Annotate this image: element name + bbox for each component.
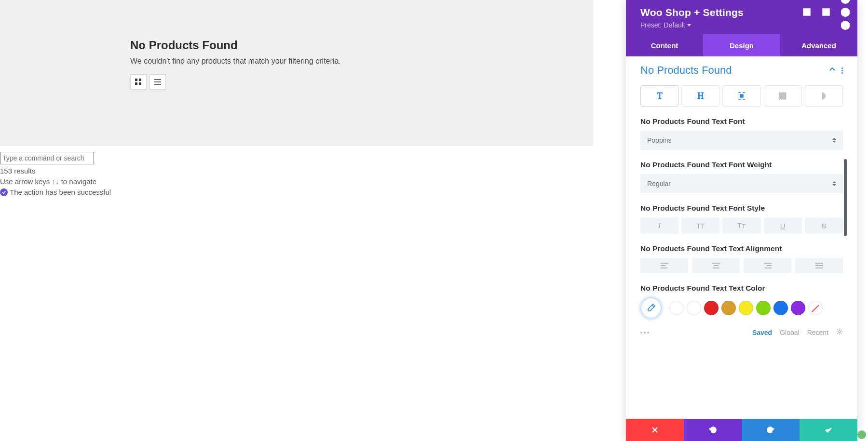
palette-saved[interactable]: Saved <box>752 329 772 336</box>
check-icon <box>0 188 8 196</box>
swatch-orange[interactable] <box>721 301 736 315</box>
label-weight: No Products Found Text Font Weight <box>640 160 843 169</box>
subtab-spacing[interactable] <box>722 85 760 107</box>
eyedropper-button[interactable] <box>640 297 662 319</box>
subtab-shadow[interactable] <box>805 85 843 107</box>
preset-value: Default <box>664 21 685 29</box>
palette-global[interactable]: Global <box>780 329 799 336</box>
palette-recent[interactable]: Recent <box>807 329 828 336</box>
list-view-button[interactable] <box>149 74 166 90</box>
svg-point-13 <box>842 22 849 28</box>
redo-button[interactable] <box>742 419 800 441</box>
no-products-message: We couldn't find any products that match… <box>130 57 468 66</box>
no-products-card: No Products Found We couldn't find any p… <box>130 39 468 90</box>
alignment-row <box>640 258 843 273</box>
command-area: 153 results Use arrow keys ↑↓ to navigat… <box>0 146 593 196</box>
swatch-red[interactable] <box>704 301 719 315</box>
layout-icon[interactable] <box>822 8 830 16</box>
subtab-heading[interactable]: H <box>681 85 719 107</box>
scrollbar-thumb[interactable] <box>844 159 847 236</box>
svg-rect-3 <box>139 82 141 85</box>
tab-design[interactable]: Design <box>703 34 780 56</box>
panel-footer <box>626 419 857 441</box>
svg-rect-8 <box>805 11 808 13</box>
preset-label: Preset: <box>640 21 662 29</box>
caret-down-icon <box>687 24 691 27</box>
swatch-white[interactable] <box>687 301 701 315</box>
palette-settings-icon[interactable] <box>836 328 843 336</box>
weight-select[interactable]: Regular <box>640 174 843 193</box>
chevron-up-icon[interactable] <box>829 66 836 75</box>
panel-body: No Products Found T H <box>626 56 857 419</box>
svg-point-11 <box>842 0 849 2</box>
success-message: The action has been successful <box>0 188 593 196</box>
preview-canvas: No Products Found We couldn't find any p… <box>0 0 593 146</box>
expand-icon[interactable] <box>802 8 811 16</box>
tab-advanced[interactable]: Advanced <box>780 34 857 56</box>
svg-text:H: H <box>697 91 704 101</box>
align-right-button[interactable] <box>744 258 791 273</box>
svg-rect-1 <box>139 79 141 81</box>
panel-header: Woo Shop + Settings Preset: Default <box>626 0 857 34</box>
font-value: Poppins <box>647 136 672 144</box>
panel-tabs: Content Design Advanced <box>626 34 857 56</box>
settings-panel: Woo Shop + Settings Preset: Default Cont… <box>626 0 857 441</box>
section-title: No Products Found <box>640 64 732 77</box>
grid-view-button[interactable] <box>130 74 147 90</box>
select-caret-icon <box>832 181 836 186</box>
select-caret-icon <box>832 138 836 143</box>
swatch-purple[interactable] <box>791 301 805 315</box>
align-center-button[interactable] <box>692 258 740 273</box>
undo-button[interactable] <box>684 419 742 441</box>
preset-selector[interactable]: Preset: Default <box>640 21 691 29</box>
smallcaps-button[interactable]: Tᴛ <box>722 217 760 234</box>
success-text: The action has been successful <box>10 188 111 196</box>
label-alignment: No Products Found Text Text Alignment <box>640 244 843 253</box>
svg-rect-0 <box>135 79 137 81</box>
palette-row: Saved Global Recent <box>640 325 843 338</box>
swatch-black[interactable] <box>669 301 684 315</box>
more-icon[interactable] <box>841 8 850 16</box>
subtab-text[interactable]: T <box>640 85 678 107</box>
font-select[interactable]: Poppins <box>640 131 843 150</box>
command-input[interactable] <box>0 152 94 164</box>
align-left-button[interactable] <box>640 258 688 273</box>
weight-value: Regular <box>647 180 671 187</box>
label-font: No Products Found Text Font <box>640 117 843 126</box>
uppercase-button[interactable]: TT <box>681 217 719 234</box>
svg-point-12 <box>842 9 849 15</box>
close-button[interactable] <box>626 419 684 441</box>
swatch-green[interactable] <box>756 301 771 315</box>
section-more-icon[interactable] <box>841 67 843 74</box>
svg-rect-2 <box>135 82 137 85</box>
color-swatch-row <box>640 297 843 319</box>
section-header[interactable]: No Products Found <box>640 64 843 77</box>
label-style: No Products Found Text Font Style <box>640 204 843 213</box>
view-toggle <box>130 74 468 90</box>
tab-content[interactable]: Content <box>626 34 703 56</box>
help-bubble[interactable] <box>857 430 866 439</box>
nav-hint: Use arrow keys ↑↓ to navigate <box>0 177 593 186</box>
underline-button[interactable]: U <box>764 217 802 234</box>
results-count: 153 results <box>0 167 593 175</box>
no-products-title: No Products Found <box>130 39 468 52</box>
element-subtabs: T H <box>640 85 843 107</box>
label-color: No Products Found Text Text Color <box>640 284 843 293</box>
swatch-blue[interactable] <box>773 301 788 315</box>
svg-rect-17 <box>779 93 786 99</box>
swatch-yellow[interactable] <box>739 301 753 315</box>
svg-rect-16 <box>740 94 743 97</box>
font-style-row: I TT Tᴛ U S <box>640 217 843 234</box>
subtab-border[interactable] <box>764 85 802 107</box>
save-button[interactable] <box>800 419 857 441</box>
more-swatches-icon[interactable] <box>640 332 649 334</box>
svg-text:T: T <box>657 91 662 101</box>
strikethrough-button[interactable]: S <box>805 217 843 234</box>
align-justify-button[interactable] <box>795 258 843 273</box>
swatch-none[interactable] <box>808 301 823 315</box>
italic-button[interactable]: I <box>640 217 678 234</box>
svg-point-30 <box>839 331 841 333</box>
